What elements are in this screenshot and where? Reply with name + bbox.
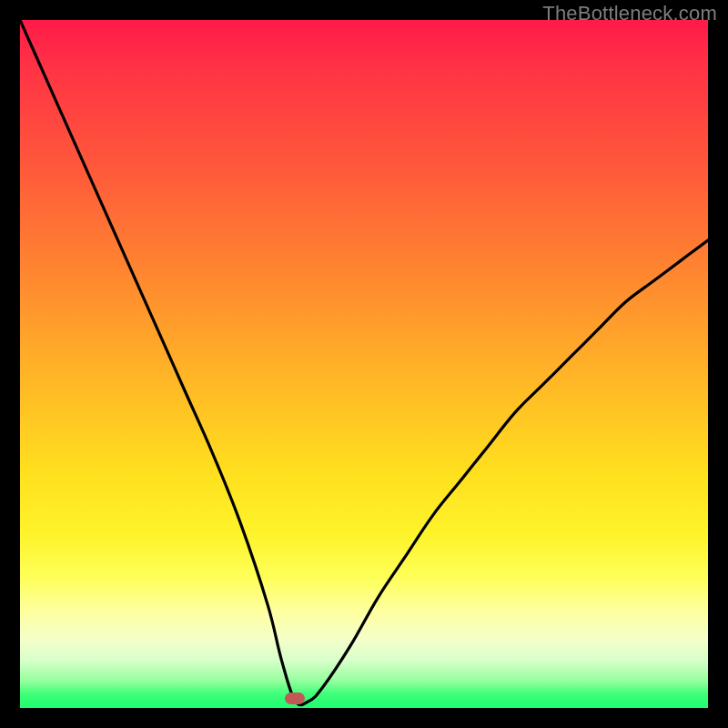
watermark-text: TheBottleneck.com: [542, 2, 717, 25]
optimal-point-marker: [285, 693, 305, 704]
bottleneck-curve: [20, 20, 708, 708]
chart-plot-area: [20, 20, 708, 708]
